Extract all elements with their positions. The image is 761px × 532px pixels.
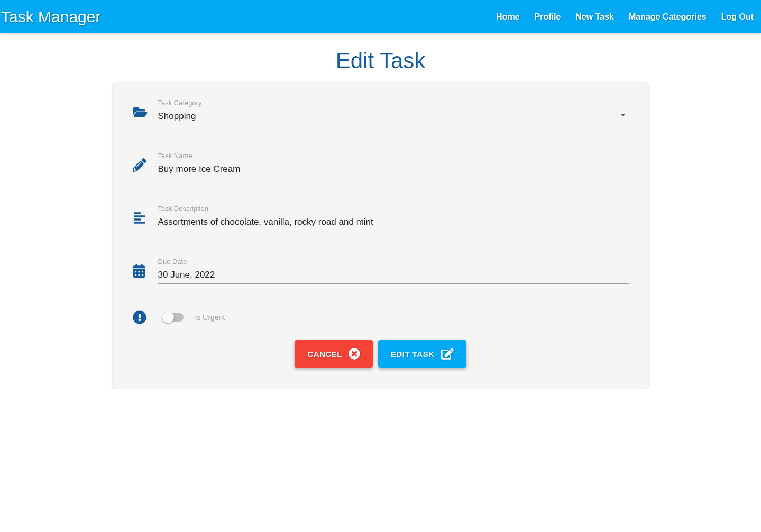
field-row-description: Task Description <box>133 205 629 231</box>
navbar: Task Manager Home Profile New Task Manag… <box>0 0 761 33</box>
category-field-body: Task Category <box>158 99 629 125</box>
edit-task-button-label: EDIT TASK <box>391 350 435 359</box>
align-left-icon <box>133 212 158 224</box>
folder-open-icon <box>133 106 158 118</box>
description-label: Task Description <box>158 205 629 213</box>
due-date-input[interactable] <box>158 268 629 284</box>
name-field-body: Task Name <box>158 152 629 178</box>
exclamation-circle-icon <box>133 310 158 324</box>
category-select[interactable] <box>158 109 629 125</box>
task-description-input[interactable] <box>158 215 629 231</box>
field-row-category: Task Category <box>133 99 629 125</box>
edit-task-card: Task Category Task Name Task Description… <box>114 83 648 389</box>
name-label: Task Name <box>158 152 629 160</box>
field-row-urgent: Is Urgent <box>133 310 629 324</box>
cancel-button-label: CANCEL <box>307 350 342 359</box>
description-field-body: Task Description <box>158 205 629 231</box>
times-circle-icon <box>349 348 360 360</box>
toggle-thumb <box>162 311 174 323</box>
nav-new-task[interactable]: New Task <box>575 12 614 22</box>
urgent-toggle[interactable] <box>163 313 184 322</box>
due-date-field-body: Due Date <box>158 258 629 284</box>
field-row-due-date: Due Date <box>133 258 629 284</box>
nav-profile[interactable]: Profile <box>535 12 561 22</box>
app-title: Task Manager <box>0 8 100 26</box>
urgent-label: Is Urgent <box>195 313 225 322</box>
pencil-icon <box>133 158 158 172</box>
cancel-button[interactable]: CANCEL <box>295 340 373 368</box>
urgent-toggle-wrap: Is Urgent <box>163 313 225 322</box>
nav-log-out[interactable]: Log Out <box>721 12 754 22</box>
due-date-label: Due Date <box>158 258 629 265</box>
category-label: Task Category <box>158 99 629 107</box>
nav-links: Home Profile New Task Manage Categories … <box>496 12 754 22</box>
calendar-icon <box>133 264 158 278</box>
edit-task-button[interactable]: EDIT TASK <box>378 340 466 368</box>
nav-manage-categories[interactable]: Manage Categories <box>629 12 707 22</box>
task-name-input[interactable] <box>158 162 629 178</box>
nav-home[interactable]: Home <box>496 12 519 22</box>
edit-icon <box>441 347 454 360</box>
field-row-name: Task Name <box>133 152 629 178</box>
button-row: CANCEL EDIT TASK <box>133 340 629 368</box>
page-title: Edit Task <box>0 48 761 74</box>
